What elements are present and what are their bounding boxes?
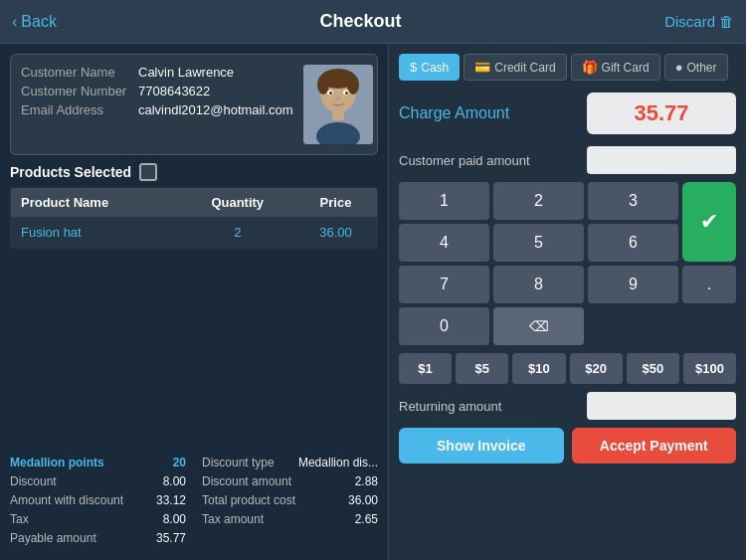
numpad-key-9[interactable]: 9 (588, 266, 678, 303)
product-price-cell: 36.00 (294, 217, 378, 249)
charge-amount-value: 35.77 (634, 100, 688, 125)
customer-paid-label: Customer paid amount (399, 153, 530, 168)
customer-details: Customer Name Calvin Lawrence Customer N… (21, 65, 293, 144)
numpad-key-8[interactable]: 8 (493, 266, 584, 303)
numpad: 123✔456789.0⌫ (399, 182, 736, 345)
back-button[interactable]: ‹ Back (12, 13, 57, 31)
quick-cash-$1[interactable]: $1 (399, 353, 452, 384)
summary-label: Tax (10, 512, 29, 526)
customer-name-label: Customer Name (21, 65, 130, 80)
customer-paid-row: Customer paid amount (399, 146, 736, 174)
numpad-key-5[interactable]: 5 (493, 224, 584, 262)
tab-icon: 💳 (474, 60, 490, 75)
customer-email-value: calvindl2012@hotmail.com (138, 102, 293, 117)
customer-name-value: Calvin Lawrence (138, 65, 234, 80)
svg-point-4 (347, 75, 359, 94)
numpad-key-1[interactable]: 1 (399, 182, 489, 220)
returning-amount-input[interactable] (587, 392, 736, 420)
summary-label: Amount with discount (10, 493, 123, 507)
numpad-delete-button[interactable]: ⌫ (493, 307, 584, 345)
summary-row: Total product cost36.00 (202, 493, 378, 507)
summary-value: 2.88 (355, 474, 378, 488)
payment-tab-cash[interactable]: $Cash (399, 54, 460, 81)
numpad-key-4[interactable]: 4 (399, 224, 489, 262)
payment-tab-other[interactable]: ●Other (664, 54, 728, 81)
action-buttons: Show Invoice Accept Payment (399, 428, 736, 464)
payment-tab-gift-card[interactable]: 🎁Gift Card (571, 54, 660, 81)
col-price: Price (294, 188, 378, 218)
svg-rect-6 (332, 108, 344, 120)
svg-point-10 (345, 92, 348, 94)
summary-label: Discount amount (202, 474, 291, 488)
accept-payment-button[interactable]: Accept Payment (572, 428, 737, 464)
returning-amount-label: Returning amount (399, 399, 501, 414)
product-quantity-cell: 2 (181, 217, 294, 249)
tab-label: Other (686, 61, 716, 75)
summary-row: Tax8.00 (10, 512, 186, 526)
summary-value: 8.00 (163, 474, 186, 488)
summary-label: Discount (10, 474, 57, 488)
quick-cash-$5[interactable]: $5 (456, 353, 508, 384)
tab-icon: ● (675, 60, 683, 75)
numpad-key-3[interactable]: 3 (588, 182, 678, 220)
summary-label: Payable amount (10, 531, 96, 545)
trash-icon: 🗑 (719, 13, 734, 30)
quick-cash-buttons: $1$5$10$20$50$100 (399, 353, 736, 384)
back-chevron-icon: ‹ (12, 13, 17, 31)
summary-value: 2.65 (355, 512, 378, 526)
summary-value: 35.77 (156, 531, 186, 545)
discard-button[interactable]: Discard 🗑 (664, 13, 734, 30)
tab-icon: $ (410, 60, 417, 75)
discard-label: Discard (664, 13, 715, 30)
payment-tab-credit-card[interactable]: 💳Credit Card (464, 54, 566, 81)
svg-point-3 (317, 75, 329, 94)
numpad-key-6[interactable]: 6 (588, 224, 678, 262)
summary-value: 36.00 (348, 493, 378, 507)
charge-amount-box: 35.77 (587, 93, 736, 134)
quick-cash-$100[interactable]: $100 (683, 353, 736, 384)
right-panel: $Cash💳Credit Card🎁Gift Card●Other Charge… (388, 44, 746, 560)
customer-name-row: Customer Name Calvin Lawrence (21, 65, 293, 80)
charge-amount-label: Charge Amount (399, 104, 509, 122)
customer-email-row: Email Address calvindl2012@hotmail.com (21, 102, 293, 117)
summary-row: Discount8.00 (10, 474, 186, 488)
summary-left-col: Medallion points20Discount8.00Amount wit… (10, 456, 186, 550)
products-section: Products Selected Product Name Quantity … (10, 163, 378, 444)
customer-number-value: 7708643622 (138, 84, 210, 98)
customer-paid-input[interactable] (587, 146, 736, 174)
numpad-check-button[interactable]: ✔ (682, 182, 736, 262)
show-invoice-button[interactable]: Show Invoice (399, 428, 564, 464)
payment-tabs: $Cash💳Credit Card🎁Gift Card●Other (399, 54, 736, 81)
svg-point-9 (329, 92, 332, 94)
summary-value: Medallion dis... (298, 456, 378, 469)
products-checkbox[interactable] (139, 163, 157, 181)
summary-section: Medallion points20Discount8.00Amount wit… (10, 456, 378, 550)
customer-number-row: Customer Number 7708643622 (21, 84, 293, 98)
customer-info-box: Customer Name Calvin Lawrence Customer N… (10, 54, 378, 155)
returning-amount-row: Returning amount (399, 392, 736, 420)
numpad-key-.[interactable]: . (682, 266, 736, 303)
page-title: Checkout (320, 11, 402, 32)
tab-icon: 🎁 (582, 60, 598, 75)
summary-row: Tax amount2.65 (202, 512, 378, 526)
summary-row: Medallion points20 (10, 456, 186, 469)
summary-value: 20 (173, 456, 186, 469)
quick-cash-$50[interactable]: $50 (627, 353, 679, 384)
quick-cash-$10[interactable]: $10 (512, 353, 565, 384)
main-content: Customer Name Calvin Lawrence Customer N… (0, 44, 746, 560)
numpad-key-7[interactable]: 7 (399, 266, 489, 303)
customer-number-label: Customer Number (21, 84, 130, 98)
summary-row: Discount amount2.88 (202, 474, 378, 488)
quick-cash-$20[interactable]: $20 (570, 353, 623, 384)
charge-amount-row: Charge Amount 35.77 (399, 89, 736, 138)
numpad-key-2[interactable]: 2 (493, 182, 584, 220)
summary-value: 8.00 (163, 512, 186, 526)
back-label: Back (21, 13, 57, 31)
summary-row: Discount typeMedallion dis... (202, 456, 378, 469)
summary-row: Payable amount35.77 (10, 531, 186, 545)
products-label: Products Selected (10, 164, 131, 180)
customer-photo (303, 65, 373, 144)
numpad-key-0[interactable]: 0 (399, 307, 489, 345)
summary-label: Medallion points (10, 456, 104, 469)
col-quantity: Quantity (181, 188, 294, 218)
